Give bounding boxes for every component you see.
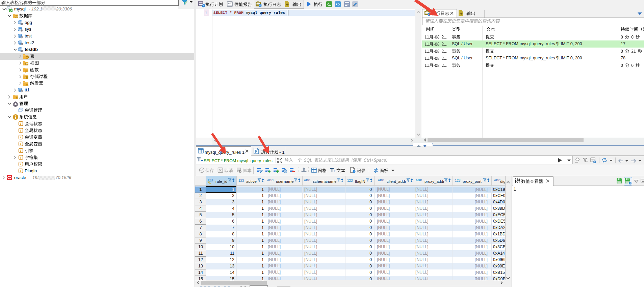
svg-text:i: i	[20, 122, 21, 125]
svg-text:i: i	[20, 128, 21, 132]
svg-text:i: i	[20, 149, 21, 152]
svg-text:i: i	[20, 135, 21, 139]
svg-text:i: i	[20, 142, 21, 146]
svg-text:i: i	[20, 155, 21, 159]
svg-text:i: i	[20, 169, 21, 173]
svg-text:i: i	[20, 162, 21, 166]
svg-text:fx: fx	[25, 69, 28, 73]
